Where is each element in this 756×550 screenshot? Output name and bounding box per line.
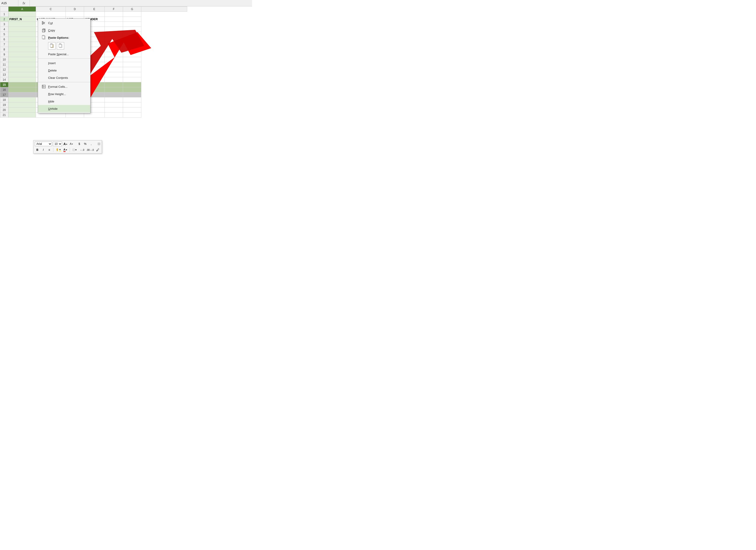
menu-item-row-height[interactable]: Row Height... (38, 90, 90, 98)
row-header[interactable]: 15 (0, 82, 8, 87)
col-header-d[interactable]: D (66, 7, 84, 12)
comma-button[interactable]: , (89, 141, 94, 146)
table-cell[interactable] (8, 22, 36, 27)
table-cell[interactable] (123, 97, 141, 102)
table-cell[interactable] (8, 42, 36, 47)
table-cell[interactable] (8, 107, 36, 112)
table-cell[interactable] (105, 112, 123, 117)
table-cell[interactable] (8, 82, 36, 87)
table-cell[interactable] (123, 42, 141, 47)
cell-reference-box[interactable]: A15 (0, 0, 18, 6)
row-header[interactable]: 11 (0, 62, 8, 67)
font-size-decrease-button[interactable]: A▼ (69, 141, 74, 146)
table-cell[interactable] (105, 107, 123, 112)
table-cell[interactable] (105, 92, 123, 97)
row-header[interactable]: 7 (0, 42, 8, 47)
table-cell[interactable] (8, 92, 36, 97)
table-cell[interactable]: FIRST_N (8, 17, 36, 22)
table-cell[interactable] (105, 67, 123, 72)
table-cell[interactable] (123, 12, 141, 17)
col-header-g[interactable]: G (123, 7, 141, 12)
table-cell[interactable] (105, 47, 123, 52)
menu-item-insert[interactable]: Insert (38, 59, 90, 67)
row-header[interactable]: 8 (0, 47, 8, 52)
percent-button[interactable]: % (83, 141, 88, 146)
decimal-increase-button[interactable]: .00→.0 (86, 147, 94, 152)
row-header[interactable]: 14 (0, 77, 8, 82)
align-button[interactable]: ≡ (47, 147, 52, 152)
row-header[interactable]: 9 (0, 52, 8, 57)
table-cell[interactable] (8, 87, 36, 92)
merge-cells-button[interactable] (96, 141, 101, 146)
menu-item-cut[interactable]: Cut (38, 19, 90, 27)
table-cell[interactable] (8, 77, 36, 82)
table-cell[interactable] (123, 67, 141, 72)
row-header[interactable]: 2 (0, 17, 8, 22)
table-cell[interactable] (8, 12, 36, 17)
table-cell[interactable] (123, 112, 141, 117)
table-cell[interactable] (123, 22, 141, 27)
row-header[interactable]: 17 (0, 92, 8, 97)
row-header[interactable]: 4 (0, 27, 8, 32)
col-header-e[interactable]: E (84, 7, 105, 12)
font-size-increase-button[interactable]: A▲ (63, 141, 68, 146)
row-header[interactable]: 16 (0, 87, 8, 92)
table-cell[interactable] (123, 92, 141, 97)
menu-item-delete[interactable]: Delete (38, 67, 90, 74)
menu-item-unhide[interactable]: Unhide (38, 105, 90, 112)
eraser-button[interactable]: 🖊 (95, 147, 100, 152)
table-cell[interactable] (105, 57, 123, 62)
table-cell[interactable] (105, 77, 123, 82)
decimal-decrease-button[interactable]: ←.0 (79, 147, 85, 152)
table-cell[interactable] (105, 27, 123, 32)
table-cell[interactable] (8, 102, 36, 107)
table-cell[interactable] (123, 102, 141, 107)
col-header-c[interactable]: C (36, 7, 66, 12)
table-cell[interactable] (105, 12, 123, 17)
table-cell[interactable] (123, 62, 141, 67)
table-cell[interactable] (8, 37, 36, 42)
table-cell[interactable] (105, 17, 123, 22)
row-header[interactable]: 12 (0, 67, 8, 72)
table-cell[interactable] (123, 107, 141, 112)
row-header[interactable]: 3 (0, 22, 8, 27)
table-cell[interactable] (84, 12, 105, 17)
table-cell[interactable] (123, 52, 141, 57)
row-header[interactable]: 21 (0, 112, 8, 117)
table-cell[interactable] (123, 47, 141, 52)
menu-item-hide[interactable]: Hide (38, 98, 90, 105)
table-cell[interactable] (8, 27, 36, 32)
row-header[interactable]: 19 (0, 102, 8, 107)
table-cell[interactable] (123, 37, 141, 42)
table-cell[interactable] (105, 82, 123, 87)
table-cell[interactable] (123, 32, 141, 37)
table-cell[interactable] (123, 77, 141, 82)
table-cell[interactable] (8, 72, 36, 77)
table-cell[interactable] (123, 72, 141, 77)
table-cell[interactable] (8, 67, 36, 72)
table-cell[interactable] (105, 22, 123, 27)
col-header-a[interactable]: A (8, 7, 36, 12)
table-cell[interactable] (105, 42, 123, 47)
menu-item-copy[interactable]: Copy (38, 27, 90, 34)
row-header[interactable]: 6 (0, 37, 8, 42)
col-header-f[interactable]: F (105, 7, 123, 12)
row-header[interactable]: 18 (0, 97, 8, 102)
table-cell[interactable] (123, 57, 141, 62)
row-header[interactable]: 13 (0, 72, 8, 77)
table-cell[interactable] (123, 27, 141, 32)
borders-button[interactable]: ▼ (71, 147, 78, 152)
font-name-select[interactable]: Arial Calibri Times New Roman (35, 142, 52, 146)
table-cell[interactable] (8, 97, 36, 102)
table-cell[interactable] (123, 87, 141, 92)
table-cell[interactable] (105, 87, 123, 92)
table-cell[interactable] (105, 102, 123, 107)
table-cell[interactable] (8, 52, 36, 57)
table-cell[interactable] (8, 57, 36, 62)
font-color-button[interactable]: A ▼ (63, 147, 68, 152)
menu-item-format-cells[interactable]: Format Cells... (38, 83, 90, 90)
row-header[interactable]: 5 (0, 32, 8, 37)
table-cell[interactable] (8, 62, 36, 67)
row-header[interactable]: 1 (0, 12, 8, 17)
dollar-button[interactable]: $ (77, 141, 82, 146)
